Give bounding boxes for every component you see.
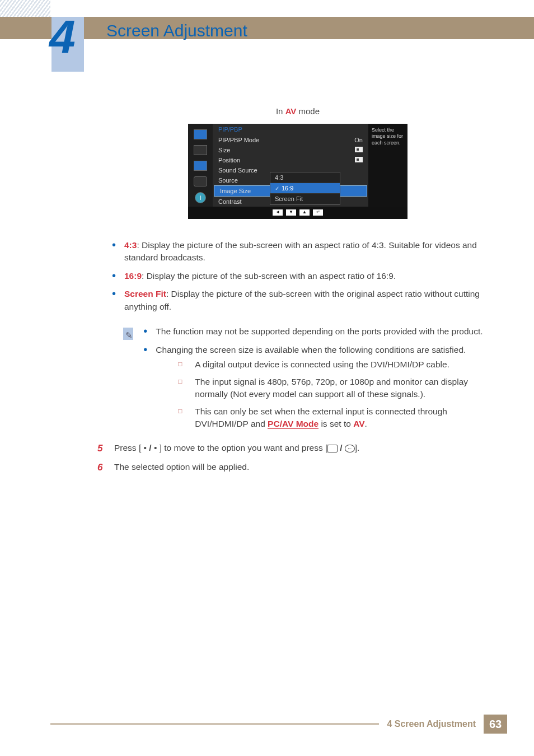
monitor-icon [194, 129, 207, 139]
step-number: 5 [97, 442, 105, 456]
gear-icon [194, 176, 207, 186]
list-item: 4:3: Display the picture of the sub-scre… [112, 239, 484, 264]
page-number: 63 [484, 715, 507, 734]
osd-sidebar: i [188, 124, 213, 207]
osd-popup-option: 4:3 [270, 172, 340, 183]
step-6: 6 The selected option will be applied. [97, 461, 484, 475]
footer-label: 4 Screen Adjustment [387, 719, 476, 729]
list-icon [194, 161, 207, 171]
nav-up-icon: ▲ [299, 209, 310, 216]
pip-icon [194, 145, 207, 155]
nav-down-icon: ▼ [286, 209, 296, 216]
nav-enter-icon: ↵ [313, 209, 323, 216]
osd-title: PIP/PBP [213, 124, 368, 135]
list-item: 16:9: Display the picture of the sub-scr… [112, 270, 484, 282]
enter-icon [345, 445, 355, 452]
position-glyph-icon [355, 157, 363, 162]
step-5: 5 Press [ • / • ] to move to the option … [97, 442, 484, 456]
step-number: 6 [97, 461, 105, 475]
osd-menu: i PIP/PBP PIP/PBP ModeOn Size Position S… [188, 124, 407, 219]
page-footer: 4 Screen Adjustment 63 [0, 715, 534, 734]
page-title: Screen Adjustment [106, 21, 247, 40]
note-icon [123, 328, 133, 340]
mode-suffix: mode [296, 106, 320, 116]
list-item: This can only be set when the external i… [178, 405, 484, 431]
screen-icon [327, 445, 338, 452]
mode-label: In AV mode [112, 106, 484, 116]
list-item: Changing the screen size is available wh… [143, 344, 484, 431]
footer-rule [50, 723, 379, 725]
osd-popup-option-selected: 16:9 [270, 183, 340, 194]
note-sublist: A digital output device is connected usi… [156, 358, 484, 430]
list-item: Screen Fit: Display the picture of the s… [112, 288, 484, 313]
list-item: The input signal is 480p, 576p, 720p, or… [178, 376, 484, 401]
aspect-ratio-list: 4:3: Display the picture of the sub-scre… [112, 239, 484, 313]
osd-row-pipmode: PIP/PBP ModeOn [213, 135, 368, 145]
mode-prefix: In [276, 106, 285, 116]
size-glyph-icon [355, 147, 363, 152]
osd-popup: 4:3 16:9 Screen Fit [270, 172, 340, 205]
note-list: The function may not be supported depend… [143, 325, 484, 430]
mode-av: AV [285, 106, 297, 116]
osd-nav-bar: ◄ ▼ ▲ ↵ [188, 208, 407, 217]
list-item: A digital output device is connected usi… [178, 358, 484, 371]
osd-row-size: Size [213, 145, 368, 155]
info-icon: i [195, 192, 206, 203]
osd-row-position: Position [213, 155, 368, 165]
list-item: The function may not be supported depend… [143, 325, 484, 338]
osd-help-panel: Select the image size for each screen. [368, 124, 407, 207]
chapter-number: 4 [49, 10, 73, 64]
nav-left-icon: ◄ [273, 209, 283, 216]
osd-popup-option: Screen Fit [270, 194, 340, 204]
